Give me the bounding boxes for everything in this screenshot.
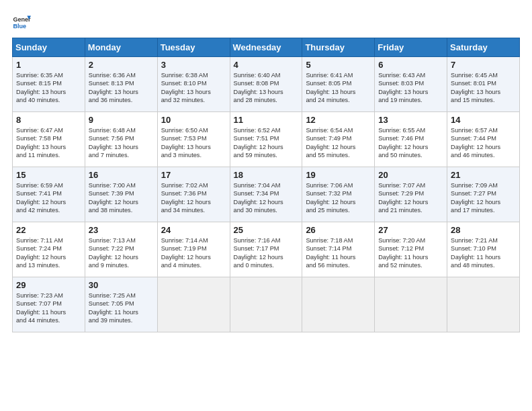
day-info-text: Sunrise: 7:25 AM Sunset: 7:05 PM Dayligh… <box>89 291 154 325</box>
calendar-day-cell: 28Sunrise: 7:21 AM Sunset: 7:10 PM Dayli… <box>447 222 520 277</box>
day-info-text: Sunrise: 6:36 AM Sunset: 8:13 PM Dayligh… <box>89 71 154 105</box>
day-info-text: Sunrise: 6:48 AM Sunset: 7:56 PM Dayligh… <box>89 126 154 160</box>
day-number: 30 <box>89 280 154 290</box>
day-info-text: Sunrise: 7:13 AM Sunset: 7:22 PM Dayligh… <box>89 236 154 270</box>
calendar-day-cell: 23Sunrise: 7:13 AM Sunset: 7:22 PM Dayli… <box>85 222 157 277</box>
header: General Blue <box>12 12 520 31</box>
calendar-day-cell: 20Sunrise: 7:07 AM Sunset: 7:29 PM Dayli… <box>375 167 447 222</box>
logo: General Blue <box>12 12 31 31</box>
calendar-week-row: 1Sunrise: 6:35 AM Sunset: 8:15 PM Daylig… <box>13 57 520 112</box>
day-number: 15 <box>16 170 81 180</box>
calendar-week-row: 29Sunrise: 7:23 AM Sunset: 7:07 PM Dayli… <box>13 277 520 332</box>
calendar-day-cell: 18Sunrise: 7:04 AM Sunset: 7:34 PM Dayli… <box>230 167 302 222</box>
day-number: 8 <box>16 115 81 125</box>
day-info-text: Sunrise: 6:45 AM Sunset: 8:01 PM Dayligh… <box>451 71 516 105</box>
empty-cell <box>157 277 230 332</box>
calendar-table: SundayMondayTuesdayWednesdayThursdayFrid… <box>12 38 520 332</box>
day-number: 1 <box>16 60 81 70</box>
calendar-day-cell: 19Sunrise: 7:06 AM Sunset: 7:32 PM Dayli… <box>302 167 375 222</box>
calendar-day-cell: 9Sunrise: 6:48 AM Sunset: 7:56 PM Daylig… <box>85 112 157 167</box>
calendar-page: General Blue SundayMondayTuesdayWednesda… <box>0 0 532 411</box>
calendar-day-cell: 14Sunrise: 6:57 AM Sunset: 7:44 PM Dayli… <box>447 112 520 167</box>
calendar-day-cell: 15Sunrise: 6:59 AM Sunset: 7:41 PM Dayli… <box>13 167 85 222</box>
weekday-header-wednesday: Wednesday <box>230 38 302 57</box>
calendar-day-cell: 25Sunrise: 7:16 AM Sunset: 7:17 PM Dayli… <box>230 222 302 277</box>
calendar-day-cell: 7Sunrise: 6:45 AM Sunset: 8:01 PM Daylig… <box>447 57 520 112</box>
calendar-week-row: 8Sunrise: 6:47 AM Sunset: 7:58 PM Daylig… <box>13 112 520 167</box>
empty-cell <box>302 277 375 332</box>
day-info-text: Sunrise: 6:52 AM Sunset: 7:51 PM Dayligh… <box>234 126 299 160</box>
day-number: 16 <box>89 170 154 180</box>
calendar-day-cell: 6Sunrise: 6:43 AM Sunset: 8:03 PM Daylig… <box>375 57 447 112</box>
day-info-text: Sunrise: 7:20 AM Sunset: 7:12 PM Dayligh… <box>378 236 443 270</box>
day-info-text: Sunrise: 6:55 AM Sunset: 7:46 PM Dayligh… <box>378 126 443 160</box>
calendar-day-cell: 13Sunrise: 6:55 AM Sunset: 7:46 PM Dayli… <box>375 112 447 167</box>
day-number: 11 <box>234 115 299 125</box>
empty-cell <box>447 277 520 332</box>
day-info-text: Sunrise: 6:35 AM Sunset: 8:15 PM Dayligh… <box>16 71 81 105</box>
day-number: 26 <box>306 225 371 235</box>
day-info-text: Sunrise: 6:50 AM Sunset: 7:53 PM Dayligh… <box>161 126 226 160</box>
empty-cell <box>230 277 302 332</box>
calendar-day-cell: 8Sunrise: 6:47 AM Sunset: 7:58 PM Daylig… <box>13 112 85 167</box>
day-number: 12 <box>306 115 371 125</box>
day-number: 23 <box>89 225 154 235</box>
weekday-header-row: SundayMondayTuesdayWednesdayThursdayFrid… <box>13 38 520 57</box>
day-info-text: Sunrise: 7:06 AM Sunset: 7:32 PM Dayligh… <box>306 181 371 215</box>
day-info-text: Sunrise: 7:02 AM Sunset: 7:36 PM Dayligh… <box>161 181 226 215</box>
calendar-day-cell: 1Sunrise: 6:35 AM Sunset: 8:15 PM Daylig… <box>13 57 85 112</box>
calendar-week-row: 15Sunrise: 6:59 AM Sunset: 7:41 PM Dayli… <box>13 167 520 222</box>
day-info-text: Sunrise: 6:57 AM Sunset: 7:44 PM Dayligh… <box>451 126 516 160</box>
calendar-day-cell: 22Sunrise: 7:11 AM Sunset: 7:24 PM Dayli… <box>13 222 85 277</box>
day-number: 6 <box>378 60 443 70</box>
calendar-day-cell: 2Sunrise: 6:36 AM Sunset: 8:13 PM Daylig… <box>85 57 157 112</box>
calendar-day-cell: 11Sunrise: 6:52 AM Sunset: 7:51 PM Dayli… <box>230 112 302 167</box>
day-info-text: Sunrise: 7:23 AM Sunset: 7:07 PM Dayligh… <box>16 291 81 325</box>
day-info-text: Sunrise: 7:07 AM Sunset: 7:29 PM Dayligh… <box>378 181 443 215</box>
day-number: 5 <box>306 60 371 70</box>
calendar-day-cell: 24Sunrise: 7:14 AM Sunset: 7:19 PM Dayli… <box>157 222 230 277</box>
calendar-day-cell: 16Sunrise: 7:00 AM Sunset: 7:39 PM Dayli… <box>85 167 157 222</box>
day-number: 4 <box>234 60 299 70</box>
day-number: 28 <box>451 225 516 235</box>
calendar-day-cell: 12Sunrise: 6:54 AM Sunset: 7:49 PM Dayli… <box>302 112 375 167</box>
day-info-text: Sunrise: 7:16 AM Sunset: 7:17 PM Dayligh… <box>234 236 299 270</box>
day-info-text: Sunrise: 6:54 AM Sunset: 7:49 PM Dayligh… <box>306 126 371 160</box>
calendar-day-cell: 21Sunrise: 7:09 AM Sunset: 7:27 PM Dayli… <box>447 167 520 222</box>
day-number: 13 <box>378 115 443 125</box>
day-info-text: Sunrise: 6:41 AM Sunset: 8:05 PM Dayligh… <box>306 71 371 105</box>
day-number: 24 <box>161 225 226 235</box>
calendar-day-cell: 3Sunrise: 6:38 AM Sunset: 8:10 PM Daylig… <box>157 57 230 112</box>
weekday-header-monday: Monday <box>85 38 157 57</box>
day-number: 22 <box>16 225 81 235</box>
day-number: 3 <box>161 60 226 70</box>
day-number: 9 <box>89 115 154 125</box>
weekday-header-thursday: Thursday <box>302 38 375 57</box>
day-info-text: Sunrise: 6:38 AM Sunset: 8:10 PM Dayligh… <box>161 71 226 105</box>
calendar-day-cell: 27Sunrise: 7:20 AM Sunset: 7:12 PM Dayli… <box>375 222 447 277</box>
day-info-text: Sunrise: 7:00 AM Sunset: 7:39 PM Dayligh… <box>89 181 154 215</box>
day-info-text: Sunrise: 6:43 AM Sunset: 8:03 PM Dayligh… <box>378 71 443 105</box>
day-number: 27 <box>378 225 443 235</box>
calendar-day-cell: 4Sunrise: 6:40 AM Sunset: 8:08 PM Daylig… <box>230 57 302 112</box>
calendar-day-cell: 26Sunrise: 7:18 AM Sunset: 7:14 PM Dayli… <box>302 222 375 277</box>
day-number: 25 <box>234 225 299 235</box>
calendar-day-cell: 5Sunrise: 6:41 AM Sunset: 8:05 PM Daylig… <box>302 57 375 112</box>
calendar-week-row: 22Sunrise: 7:11 AM Sunset: 7:24 PM Dayli… <box>13 222 520 277</box>
weekday-header-saturday: Saturday <box>447 38 520 57</box>
day-number: 17 <box>161 170 226 180</box>
day-info-text: Sunrise: 6:59 AM Sunset: 7:41 PM Dayligh… <box>16 181 81 215</box>
calendar-day-cell: 17Sunrise: 7:02 AM Sunset: 7:36 PM Dayli… <box>157 167 230 222</box>
day-number: 29 <box>16 280 81 290</box>
day-number: 10 <box>161 115 226 125</box>
day-number: 18 <box>234 170 299 180</box>
day-info-text: Sunrise: 7:09 AM Sunset: 7:27 PM Dayligh… <box>451 181 516 215</box>
calendar-day-cell: 29Sunrise: 7:23 AM Sunset: 7:07 PM Dayli… <box>13 277 85 332</box>
day-info-text: Sunrise: 7:11 AM Sunset: 7:24 PM Dayligh… <box>16 236 81 270</box>
day-info-text: Sunrise: 7:04 AM Sunset: 7:34 PM Dayligh… <box>234 181 299 215</box>
day-number: 7 <box>451 60 516 70</box>
day-number: 20 <box>378 170 443 180</box>
weekday-header-tuesday: Tuesday <box>157 38 230 57</box>
day-info-text: Sunrise: 6:47 AM Sunset: 7:58 PM Dayligh… <box>16 126 81 160</box>
logo-icon: General Blue <box>12 12 31 31</box>
